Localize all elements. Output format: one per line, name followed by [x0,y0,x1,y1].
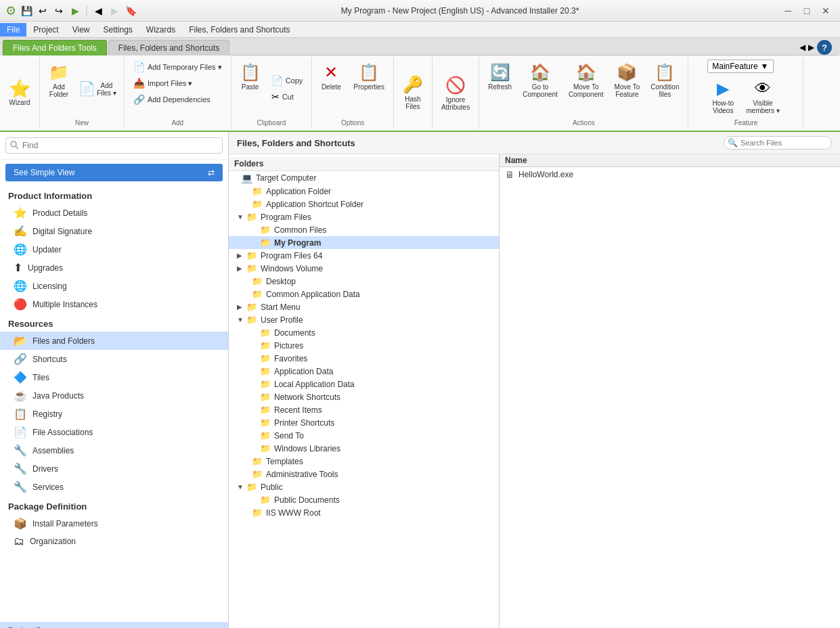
tree-item-recent-items[interactable]: 📁 Recent Items [229,403,499,416]
move-to-feature-button[interactable]: 📦 Move ToFeature [610,60,645,102]
menu-file[interactable]: File [0,23,26,37]
menu-view[interactable]: View [66,23,97,37]
sidebar-item-install-params[interactable]: 📦 Install Parameters [0,514,228,533]
copy-button[interactable]: 📄 Copy [267,73,308,88]
sidebar-item-digital-signature[interactable]: ✍ Digital Signature [0,222,228,240]
tree-item-application-data[interactable]: 📁 Application Data [229,365,499,378]
menu-settings[interactable]: Settings [97,23,139,37]
tree-item-app-shortcut[interactable]: 📁 Application Shortcut Folder [229,198,499,210]
properties-button[interactable]: 📋 Properties [349,60,389,94]
add-folder-button[interactable]: 📁 AddFolder [44,60,74,102]
paste-button[interactable]: 📋 Paste [236,60,265,94]
sidebar-item-assemblies[interactable]: 🔧 Assemblies [0,441,228,459]
maximize-button[interactable]: □ [798,4,816,18]
tree-item-program-files-64[interactable]: ▶ 📁 Program Files 64 [229,249,499,262]
folder-icon: 📁 [260,379,271,389]
ignore-attributes-button[interactable]: 🚫 IgnoreAttributes [437,72,474,114]
pf64-label: Program Files 64 [261,251,322,261]
visible-members-button[interactable]: 👁 Visiblemembers ▾ [741,76,784,118]
move-to-component-button[interactable]: 🏠 Move ToComponent [564,60,609,102]
save-button[interactable]: 💾 [19,4,34,18]
sidebar-item-file-associations[interactable]: 📄 File Associations [0,423,228,441]
properties-icon: 📋 [359,63,379,82]
tree-item-common-app-data[interactable]: 📁 Common Application Data [229,288,499,300]
tree-item-program-files[interactable]: ▼ 📁 Program Files [229,210,499,223]
undo-button[interactable]: ↩ [35,4,50,18]
back-button[interactable]: ◀ [91,4,106,18]
how-to-videos-button[interactable]: ▶ How-toVideos [707,76,738,118]
sidebar-item-shortcuts[interactable]: 🔗 Shortcuts [0,350,228,368]
tree-item-desktop[interactable]: 📁 Desktop [229,275,499,288]
add-files-button[interactable]: 📄 AddFiles ▾ [75,78,120,99]
tree-item-templates[interactable]: 📁 Templates [229,455,499,468]
tree-item-user-profile[interactable]: ▼ 📁 User Profile [229,313,499,326]
redo-button[interactable]: ↪ [51,4,66,18]
search-files-input[interactable] [724,136,832,150]
menu-project[interactable]: Project [26,23,65,37]
tab-files-folders-shortcuts[interactable]: Files, Folders and Shortcuts [108,40,229,55]
sidebar-item-organization[interactable]: 🗂 Organization [0,533,228,550]
tree-item-admin-tools[interactable]: 📁 Administrative Tools [229,468,499,480]
sidebar-item-tiles[interactable]: 🔷 Tiles [0,368,228,386]
tree-item-pictures[interactable]: 📁 Pictures [229,339,499,352]
minimize-button[interactable]: ─ [779,4,797,18]
sidebar-item-services[interactable]: 🔧 Services [0,478,228,496]
menu-wizards[interactable]: Wizards [139,23,182,37]
tree-item-local-app-data[interactable]: 📁 Local Application Data [229,378,499,390]
sidebar-item-drivers[interactable]: 🔧 Drivers [0,459,228,478]
refresh-button[interactable]: 🔄 Refresh [483,60,516,94]
bookmark-button[interactable]: 🔖 [123,4,138,18]
expand-arrow: ▶ [237,252,245,259]
goto-component-button[interactable]: 🏠 Go toComponent [518,60,562,102]
sidebar-item-java-products[interactable]: ☕ Java Products [0,386,228,405]
tree-item-send-to[interactable]: 📁 Send To [229,429,499,442]
cut-button[interactable]: ✂ Cut [267,89,308,104]
tree-item-my-program[interactable]: 📁 My Program [229,236,499,249]
file-item-helloworld[interactable]: 🖥 HelloWorld.exe [500,167,840,182]
feature-dropdown-value: MainFeature [712,62,757,71]
tree-item-public-documents[interactable]: 📁 Public Documents [229,493,499,506]
tree-item-target-computer[interactable]: 💻 Target Computer [229,171,499,185]
import-files-button[interactable]: 📥 Import Files ▾ [129,76,198,91]
tree-item-printer-shortcuts[interactable]: 📁 Printer Shortcuts [229,416,499,429]
tree-item-start-menu[interactable]: ▶ 📁 Start Menu [229,300,499,313]
sidebar-item-registry[interactable]: 📋 Registry [0,405,228,423]
condition-files-button[interactable]: 📋 Conditionfiles [646,60,684,102]
hash-files-button[interactable]: 🔑 HashFiles [398,72,428,114]
tree-item-windows-libraries[interactable]: 📁 Windows Libraries [229,442,499,455]
sidebar: See Simple View ⇄ Product Information ⭐ … [0,132,229,628]
sidebar-item-files-folders[interactable]: 📂 Files and Folders [0,332,228,350]
tree-item-network-shortcuts[interactable]: 📁 Network Shortcuts [229,390,499,403]
ribbon-feature-label: Feature [734,119,757,127]
close-button[interactable]: ✕ [817,4,835,18]
sidebar-item-updater[interactable]: 🌐 Updater [0,240,228,259]
tree-item-documents[interactable]: 📁 Documents [229,326,499,339]
project-summary-bar[interactable]: Project Summary [0,622,228,628]
tree-item-favorites[interactable]: 📁 Favorites [229,352,499,365]
delete-button[interactable]: ✕ Delete [316,60,346,94]
forward-button[interactable]: ▶ [107,4,122,18]
tab-files-folders-tools[interactable]: Files And Folders Tools [3,40,107,55]
sidebar-item-upgrades[interactable]: ⬆ Upgrades [0,259,228,277]
add-dependencies-button[interactable]: 🔗 Add Dependencies [129,92,215,107]
sidebar-item-product-details[interactable]: ⭐ Product Details [0,204,228,222]
organization-label: Organization [30,537,76,546]
scroll-right-btn[interactable]: ▶ [808,43,814,52]
sidebar-item-licensing[interactable]: 🌐 Licensing [0,277,228,295]
help-button[interactable]: ? [817,40,832,55]
sidebar-item-multiple-instances[interactable]: 🔴 Multiple Instances [0,295,228,313]
scroll-left-btn[interactable]: ◀ [799,43,805,52]
folder-icon: 📁 [252,456,263,466]
wizard-button[interactable]: ⭐ Wizard [4,76,35,110]
add-temporary-files-button[interactable]: 📄 Add Temporary Files ▾ [129,60,227,74]
simple-view-button[interactable]: See Simple View ⇄ [5,164,223,181]
menu-files-folders[interactable]: Files, Folders and Shortcuts [182,23,296,37]
tree-item-common-files[interactable]: 📁 Common Files [229,223,499,236]
build-button[interactable]: ▶ [68,4,83,18]
tree-item-app-folder[interactable]: 📁 Application Folder [229,185,499,198]
tree-item-iis-www-root[interactable]: 📁 IIS WWW Root [229,506,499,519]
sidebar-search-input[interactable] [5,137,223,154]
feature-dropdown[interactable]: MainFeature ▼ [707,60,773,73]
tree-item-windows-volume[interactable]: ▶ 📁 Windows Volume [229,262,499,275]
tree-item-public[interactable]: ▼ 📁 Public [229,480,499,493]
